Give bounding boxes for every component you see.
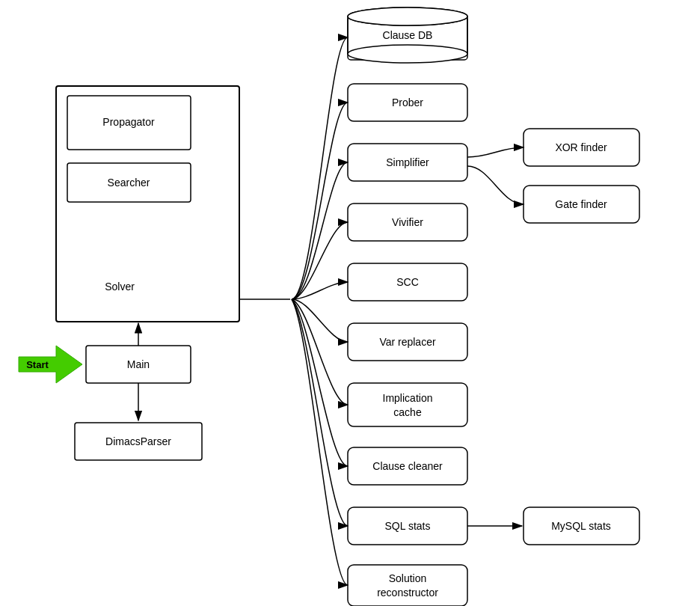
arrow-to-solution-reconstructor <box>292 299 348 585</box>
xor-finder-label: XOR finder <box>555 141 607 153</box>
prober-label: Prober <box>392 97 423 108</box>
arrow-to-sql-stats <box>292 299 348 526</box>
arrow-to-simplifier <box>292 162 348 299</box>
propagator-label: Propagator <box>102 116 155 128</box>
gate-finder-label: Gate finder <box>555 198 607 210</box>
solution-reconstructor-label2: reconstructor <box>377 587 438 599</box>
solution-reconstructor-label: Solution <box>389 572 427 584</box>
arrow-to-prober <box>292 102 348 299</box>
arrow-simplifier-to-xor <box>467 147 524 157</box>
var-replacer-label: Var replacer <box>379 336 436 348</box>
implication-cache-box <box>348 383 467 426</box>
clause-cleaner-label: Clause cleaner <box>372 460 443 472</box>
dimacs-parser-label: DimacsParser <box>105 435 171 447</box>
clause-db-label: Clause DB <box>383 29 433 41</box>
start-label: Start <box>26 359 49 370</box>
main-label: Main <box>127 358 150 370</box>
svg-point-7 <box>348 45 467 63</box>
solution-reconstructor-box <box>348 565 467 606</box>
implication-cache-label: Implication <box>383 392 433 404</box>
svg-point-8 <box>348 7 467 25</box>
solver-label: Solver <box>105 281 135 293</box>
mysql-stats-label: MySQL stats <box>551 520 611 532</box>
arrow-simplifier-to-gate <box>467 166 524 204</box>
searcher-label: Searcher <box>108 177 150 189</box>
vivifier-label: Vivifier <box>392 216 423 228</box>
sql-stats-label: SQL stats <box>385 520 431 532</box>
simplifier-label: Simplifier <box>386 156 429 168</box>
implication-cache-label2: cache <box>393 406 422 418</box>
scc-label: SCC <box>396 276 419 288</box>
